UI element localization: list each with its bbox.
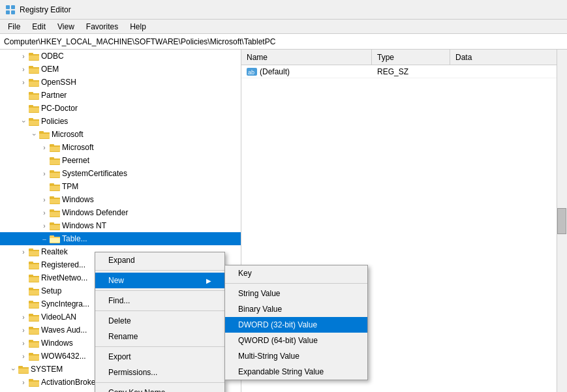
ctx-new[interactable]: New ▶ xyxy=(95,273,224,288)
menu-help[interactable]: Help xyxy=(125,21,151,33)
tree-label-activationbroker: ActivationBroker xyxy=(41,378,98,387)
tree-item-peernet[interactable]: › Peernet xyxy=(0,154,241,167)
svg-rect-67 xyxy=(29,250,39,251)
folder-icon-realtek xyxy=(29,247,39,256)
tree-item-policies[interactable]: › Policies xyxy=(0,115,241,128)
tree-label-system: SYSTEM xyxy=(31,365,63,374)
folder-icon-peernet xyxy=(50,156,60,165)
expand-icon-activationbroker[interactable]: › xyxy=(18,379,29,386)
svg-rect-2 xyxy=(6,10,10,14)
expand-icon-wavesaud[interactable]: › xyxy=(18,327,29,334)
ctx-new-key[interactable]: Key xyxy=(225,265,367,281)
tree-item-tpm[interactable]: › TPM xyxy=(0,180,241,193)
tree-item-windowsdefender[interactable]: › Windows Defender xyxy=(0,206,241,219)
folder-icon-policies xyxy=(29,117,39,126)
expand-icon-windows2[interactable]: › xyxy=(18,340,29,347)
expand-icon-system[interactable]: › xyxy=(10,364,17,374)
tree-item-tabletpc[interactable]: – Table... xyxy=(0,232,241,245)
ctx-find[interactable]: Find... xyxy=(95,293,224,309)
tree-label-odbc: ODBC xyxy=(41,52,64,61)
context-menu-new-submenu[interactable]: Key String Value Binary Value DWORD (32-… xyxy=(224,265,368,380)
folder-icon-oem xyxy=(29,65,39,74)
expand-icon-windowsdefender[interactable]: › xyxy=(39,209,50,217)
tree-label-registered: Registered... xyxy=(41,260,85,269)
tree-item-odbc[interactable]: › ODBC xyxy=(0,50,241,63)
tree-item-microsoft[interactable]: › Microsoft xyxy=(0,128,241,141)
expand-icon-windows[interactable]: › xyxy=(39,196,50,204)
folder-icon-windows2 xyxy=(29,339,39,348)
tree-item-pcdoctor[interactable]: › PC-Doctor xyxy=(0,102,241,115)
tree-item-cryptography[interactable]: › Microsoft xyxy=(0,141,241,154)
tree-label-windows: Windows xyxy=(62,195,94,204)
address-bar: Computer\HKEY_LOCAL_MACHINE\SOFTWARE\Pol… xyxy=(0,34,567,50)
tree-item-partner[interactable]: › Partner xyxy=(0,89,241,102)
ctx-new-qword[interactable]: QWORD (64-bit) Value xyxy=(225,333,367,348)
expand-icon-tabletpc: – xyxy=(39,235,50,243)
expand-icon-openssh[interactable]: › xyxy=(18,79,29,86)
app-icon xyxy=(5,5,16,15)
svg-rect-95 xyxy=(29,341,39,342)
expand-icon-cryptography[interactable]: › xyxy=(39,144,50,151)
svg-rect-103 xyxy=(18,367,29,369)
ctx-export[interactable]: Export xyxy=(95,349,224,365)
svg-rect-91 xyxy=(29,328,39,329)
expand-icon-realtek[interactable]: › xyxy=(18,249,29,256)
expand-icon-videolan[interactable]: › xyxy=(18,314,29,321)
menu-favorites[interactable]: Favorites xyxy=(81,21,123,33)
expand-icon-microsoft[interactable]: › xyxy=(31,129,38,140)
ctx-new-expandable[interactable]: Expandable String Value xyxy=(225,364,367,380)
tree-item-systemcerts[interactable]: › SystemCertificates xyxy=(0,167,241,180)
tree-label-tabletpc: Table... xyxy=(62,234,87,243)
ctx-new-multistring[interactable]: Multi-String Value xyxy=(225,348,367,364)
expand-icon-wow6432[interactable]: › xyxy=(18,353,29,360)
folder-icon-microsoft xyxy=(39,130,50,139)
context-menu-tree[interactable]: Expand New ▶ Find... Delete Rename Expor… xyxy=(95,252,225,392)
svg-rect-51 xyxy=(50,198,60,199)
ctx-sep-2 xyxy=(95,290,224,291)
expand-icon-odbc[interactable]: › xyxy=(18,53,29,60)
menu-edit[interactable]: Edit xyxy=(27,21,51,33)
folder-icon-wow6432 xyxy=(29,352,39,361)
ctx-sep-4 xyxy=(95,346,224,347)
svg-rect-83 xyxy=(29,302,39,303)
ctx-new-dword[interactable]: DWORD (32-bit) Value xyxy=(225,317,367,333)
ctx-new-string[interactable]: String Value xyxy=(225,286,367,301)
registry-row-default[interactable]: ab (Default) REG_SZ xyxy=(241,65,567,78)
ctx-expand[interactable]: Expand xyxy=(95,252,224,268)
folder-icon-pcdoctor xyxy=(29,104,39,113)
svg-rect-55 xyxy=(50,211,60,212)
folder-icon-syncintegra xyxy=(29,299,39,309)
expand-icon-policies[interactable]: › xyxy=(20,116,27,127)
reg-type-default: REG_SZ xyxy=(372,67,450,76)
scrollbar[interactable] xyxy=(557,50,567,392)
ab-icon: ab xyxy=(247,68,257,76)
tree-label-realtek: Realtek xyxy=(41,247,68,256)
tree-item-oem[interactable]: › OEM xyxy=(0,63,241,76)
tree-label-windowsdefender: Windows Defender xyxy=(62,208,128,217)
svg-rect-43 xyxy=(50,172,60,173)
tree-label-microsoft: Microsoft xyxy=(52,130,84,139)
expand-icon-systemcerts[interactable]: › xyxy=(39,170,50,177)
tree-label-rivetnetwo: RivetNetwo... xyxy=(41,273,87,282)
tree-label-systemcerts: SystemCertificates xyxy=(62,169,127,178)
ctx-rename[interactable]: Rename xyxy=(95,329,224,344)
folder-icon-setup xyxy=(29,286,39,295)
svg-rect-15 xyxy=(29,80,39,82)
tree-item-windowsnt[interactable]: › Windows NT xyxy=(0,219,241,232)
tree-item-windows[interactable]: › Windows xyxy=(0,193,241,206)
expand-icon-oem[interactable]: › xyxy=(18,66,29,73)
expand-icon-windowsnt[interactable]: › xyxy=(39,222,50,230)
folder-icon-wavesaud xyxy=(29,325,39,335)
ctx-new-binary[interactable]: Binary Value xyxy=(225,301,367,317)
scroll-thumb[interactable] xyxy=(557,208,566,234)
tree-item-openssh[interactable]: › OpenSSH xyxy=(0,76,241,89)
menu-file[interactable]: File xyxy=(3,21,25,33)
tree-label-syncintegra: SyncIntegra... xyxy=(41,299,89,309)
tree-label-peernet: Peernet xyxy=(62,156,89,165)
ctx-new-arrow: ▶ xyxy=(206,277,211,284)
tree-label-policies: Policies xyxy=(41,117,68,126)
ctx-copykeyname[interactable]: Copy Key Name xyxy=(95,385,224,392)
ctx-delete[interactable]: Delete xyxy=(95,313,224,329)
menu-view[interactable]: View xyxy=(52,21,80,33)
ctx-permissions[interactable]: Permissions... xyxy=(95,365,224,380)
